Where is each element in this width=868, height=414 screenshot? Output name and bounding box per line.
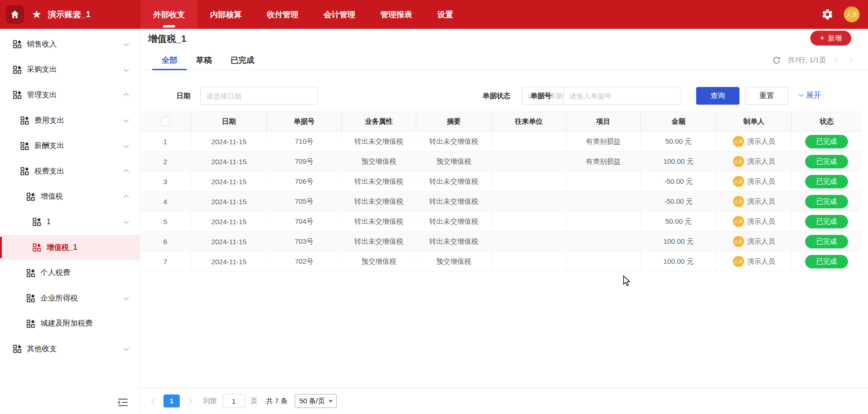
sidebar-item-薪酬支出[interactable]: 薪酬支出 (0, 133, 139, 159)
docno-filter-input[interactable] (563, 87, 681, 105)
sidebar-item-城建及附加税费[interactable]: 城建及附加税费 (0, 311, 139, 337)
cell-date: 2024-11-15 (191, 172, 267, 191)
cell-creator: 人员演示人员 (717, 232, 792, 251)
chevron-down-icon (123, 219, 129, 224)
sidebar-item-label: 其他收支 (27, 344, 57, 354)
table-header: 日期单据号业务属性摘要往来单位项目金额制单人状态 (140, 112, 861, 132)
nav-item-收付管理[interactable]: 收付管理 (254, 0, 311, 29)
sidebar-item-税费支出[interactable]: 税费支出 (0, 159, 139, 184)
cell-summary: 转出未交增值税 (416, 132, 492, 151)
cell-counterparty (492, 192, 566, 211)
sidebar-item-label: 管理支出 (27, 90, 57, 100)
sidebar-item-1[interactable]: 1 (0, 209, 139, 235)
collapse-sidebar-icon[interactable] (117, 397, 129, 407)
tab-全部[interactable]: 全部 (152, 50, 187, 70)
next-page-icon[interactable] (846, 57, 852, 63)
nav-item-设置[interactable]: 设置 (425, 0, 466, 29)
nav-item-管理报表[interactable]: 管理报表 (368, 0, 425, 29)
cell-status: 已完成 (792, 172, 861, 191)
cell-doc_no: 709号 (267, 152, 342, 171)
cell-project (566, 252, 641, 271)
sidebar-item-个人税费[interactable]: 个人税费 (0, 260, 139, 286)
creator-avatar: 人员 (733, 136, 744, 147)
grid-diamond-icon (27, 294, 35, 302)
table-row[interactable]: 12024-11-15710号转出未交增值税转出未交增值税有类别损益50.00 … (140, 132, 861, 152)
gear-icon[interactable] (821, 8, 834, 20)
cell-creator: 人员演示人员 (717, 212, 792, 231)
grid-diamond-icon (13, 66, 21, 74)
sidebar-item-增值税[interactable]: 增值税 (0, 184, 139, 210)
creator-name: 演示人员 (747, 237, 775, 246)
home-button[interactable] (6, 5, 24, 24)
goto-page-input[interactable] (223, 394, 245, 408)
cell-summary: 转出未交增值税 (416, 192, 492, 211)
sidebar-item-管理支出[interactable]: 管理支出 (0, 82, 139, 108)
cell-creator: 人员演示人员 (717, 192, 792, 211)
tab-草稿[interactable]: 草稿 (187, 50, 221, 70)
sidebar-item-其他收支[interactable]: 其他收支 (0, 336, 139, 362)
cell-amount: -50.00 元 (641, 192, 717, 211)
cell-status: 已完成 (792, 192, 861, 211)
creator-cell: 人员演示人员 (733, 176, 775, 187)
nav-item-label: 外部收支 (153, 9, 185, 20)
sidebar-item-费用支出[interactable]: 费用支出 (0, 108, 139, 134)
table-row[interactable]: 22024-11-15709号预交增值税预交增值税有类别损益100.00 元人员… (140, 152, 861, 172)
header-cell-counterparty: 往来单位 (492, 112, 566, 131)
expand-filters-link[interactable]: 展开 (800, 91, 821, 100)
sidebar-item-采购支出[interactable]: 采购支出 (0, 57, 139, 83)
date-filter-input[interactable] (200, 87, 318, 105)
table-row[interactable]: 62024-11-15703号转出未交增值税转出未交增值税100.00 元人员演… (140, 232, 861, 252)
cell-amount: 100.00 元 (641, 152, 717, 171)
sidebar-item-企业所得税[interactable]: 企业所得税 (0, 286, 139, 311)
creator-cell: 人员演示人员 (733, 156, 775, 167)
cell-project: 有类别损益 (566, 132, 641, 151)
cell-date: 2024-11-15 (191, 192, 267, 211)
pager-next-icon[interactable] (186, 398, 192, 404)
tab-已完成[interactable]: 已完成 (221, 50, 264, 70)
creator-cell: 人员演示人员 (733, 256, 775, 267)
star-icon[interactable]: ★ (32, 9, 42, 20)
status-badge: 已完成 (805, 215, 848, 228)
table-row[interactable]: 42024-11-15705号转出未交增值税转出未交增值税-50.00 元人员演… (140, 192, 861, 212)
cell-creator: 人员演示人员 (717, 252, 792, 271)
add-button[interactable]: + 新增 (810, 31, 851, 46)
table-row[interactable]: 52024-11-15704号转出未交增值税转出未交增值税50.00 元人员演示… (140, 212, 861, 232)
data-table: 日期单据号业务属性摘要往来单位项目金额制单人状态 12024-11-15710号… (140, 112, 861, 272)
sidebar-item-label: 税费支出 (34, 167, 64, 176)
creator-cell: 人员演示人员 (733, 196, 775, 207)
creator-name: 演示人员 (747, 217, 775, 226)
select-all-checkbox[interactable] (161, 117, 170, 126)
user-avatar[interactable]: 人员 (844, 7, 860, 22)
sidebar-item-增值税_1[interactable]: 增值税_1 (0, 235, 139, 260)
pager-prev-icon[interactable] (151, 398, 157, 404)
sidebar-item-label: 城建及附加税费 (41, 319, 93, 328)
prev-page-icon[interactable] (834, 57, 841, 63)
nav-item-label: 设置 (437, 9, 453, 20)
cell-status: 已完成 (792, 232, 861, 251)
cell-business_type: 预交增值税 (342, 152, 416, 171)
search-button[interactable]: 查询 (696, 87, 739, 105)
cell-doc_no: 706号 (267, 172, 342, 191)
main-content: 增值税_1 + 新增 全部草稿已完成 共7行, 1/1页 日期 单据状态 请选择… (140, 29, 868, 414)
table-body: 12024-11-15710号转出未交增值税转出未交增值税有类别损益50.00 … (140, 132, 861, 272)
nav-item-外部收支[interactable]: 外部收支 (141, 0, 197, 29)
cell-status: 已完成 (792, 152, 861, 171)
sidebar-item-label: 采购支出 (27, 65, 57, 74)
refresh-icon[interactable] (772, 56, 781, 65)
nav-item-内部核算[interactable]: 内部核算 (197, 0, 254, 29)
page-number-button[interactable]: 1 (163, 394, 180, 407)
table-row[interactable]: 72024-11-15702号预交增值税预交增值税100.00 元人员演示人员已… (140, 252, 861, 272)
table-row[interactable]: 32024-11-15706号转出未交增值税转出未交增值税-50.00 元人员演… (140, 172, 861, 192)
nav-item-会计管理[interactable]: 会计管理 (311, 0, 368, 29)
reset-button[interactable]: 重置 (745, 87, 788, 105)
sidebar-item-label: 企业所得税 (41, 294, 78, 303)
cell-creator: 人员演示人员 (717, 152, 792, 171)
topbar-right: 人员 (821, 7, 860, 22)
cell-amount: 50.00 元 (641, 132, 717, 151)
cell-index: 6 (140, 232, 191, 251)
page-size-select[interactable]: 50 条/页 (295, 394, 337, 408)
cell-counterparty (492, 172, 566, 191)
sidebar-item-销售收入[interactable]: 销售收入 (0, 32, 139, 57)
cell-project: 有类别损益 (566, 152, 641, 171)
cell-creator: 人员演示人员 (717, 172, 792, 191)
